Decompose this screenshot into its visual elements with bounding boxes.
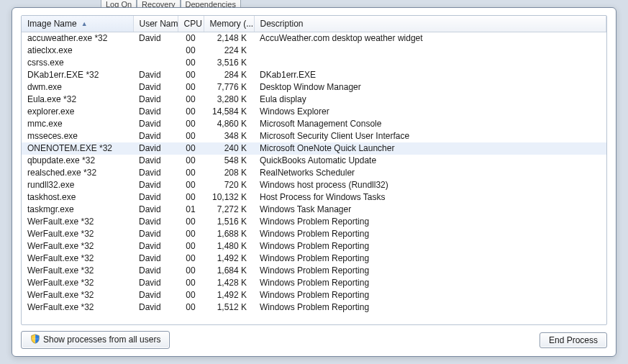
cell-image-name: DKab1err.EXE *32 [22,69,133,81]
table-row[interactable]: Eula.exe *32David003,280 KEula display [22,94,606,106]
cell-memory: 208 K [204,167,254,179]
table-row[interactable]: atieclxx.exe00224 K [22,45,606,57]
sort-asc-icon: ▲ [81,20,88,27]
cell-user-name [133,57,178,69]
table-row[interactable]: WerFault.exe *32David001,688 KWindows Pr… [22,228,606,240]
process-scroll-area[interactable]: Image Name▲User NameCPUMemory (...Descri… [22,16,606,324]
column-header-image[interactable]: Image Name▲ [22,16,133,32]
cell-user-name: David [133,94,178,106]
table-row[interactable]: csrss.exe003,516 K [22,57,606,69]
cell-cpu: 00 [178,289,204,301]
cell-user-name: David [133,69,178,81]
cell-image-name: WerFault.exe *32 [22,252,133,265]
cell-user-name: David [133,252,178,265]
end-process-button[interactable]: End Process [540,332,607,348]
table-row[interactable]: msseces.exeDavid00348 KMicrosoft Securit… [22,130,606,142]
cell-user-name: David [133,277,178,289]
cell-description: Windows Explorer [254,106,606,118]
cell-memory: 720 K [204,179,254,191]
cell-image-name: atieclxx.exe [22,45,133,57]
table-row[interactable]: WerFault.exe *32David001,492 KWindows Pr… [22,289,606,301]
table-row[interactable]: WerFault.exe *32David001,480 KWindows Pr… [22,240,606,252]
cell-cpu: 00 [178,81,204,94]
cell-memory: 3,280 K [204,94,254,106]
cell-image-name: dwm.exe [22,81,133,94]
cell-description [254,57,606,69]
show-all-users-button[interactable]: Show processes from all users [21,331,170,349]
cell-memory: 10,132 K [204,191,254,204]
table-row[interactable]: ONENOTEM.EXE *32David00240 KMicrosoft On… [22,142,606,155]
cell-cpu: 00 [178,265,204,277]
cell-memory: 1,480 K [204,240,254,252]
cell-description: Windows Problem Reporting [254,240,606,252]
cell-memory: 240 K [204,142,254,155]
table-row[interactable]: WerFault.exe *32David001,684 KWindows Pr… [22,265,606,277]
cell-description: AccuWeather.com desktop weather widget [254,32,606,45]
cell-cpu: 00 [178,240,204,252]
table-row[interactable]: mmc.exeDavid004,860 KMicrosoft Managemen… [22,118,606,130]
table-row[interactable]: taskmgr.exeDavid017,272 KWindows Task Ma… [22,204,606,216]
cell-user-name: David [133,216,178,228]
cell-memory: 548 K [204,155,254,167]
cell-user-name: David [133,228,178,240]
cell-memory: 4,860 K [204,118,254,130]
cell-user-name: David [133,32,178,45]
table-row[interactable]: accuweather.exe *32David002,148 KAccuWea… [22,32,606,45]
cell-memory: 1,512 K [204,301,254,314]
column-header-mem[interactable]: Memory (... [204,16,254,32]
cell-image-name: WerFault.exe *32 [22,301,133,314]
cell-description: Microsoft Management Console [254,118,606,130]
cell-image-name: taskhost.exe [22,191,133,204]
task-manager-panel: Image Name▲User NameCPUMemory (...Descri… [12,7,616,357]
cell-memory: 1,492 K [204,289,254,301]
cell-image-name: WerFault.exe *32 [22,228,133,240]
cell-user-name: David [133,130,178,142]
cell-memory: 1,428 K [204,277,254,289]
cell-memory: 7,272 K [204,204,254,216]
cell-image-name: qbupdate.exe *32 [22,155,133,167]
cell-cpu: 00 [178,57,204,69]
table-row[interactable]: qbupdate.exe *32David00548 KQuickBooks A… [22,155,606,167]
table-row[interactable]: WerFault.exe *32David001,492 KWindows Pr… [22,252,606,265]
cell-cpu: 00 [178,118,204,130]
table-row[interactable]: rundll32.exeDavid00720 KWindows host pro… [22,179,606,191]
cell-description: DKab1err.EXE [254,69,606,81]
cell-description: Eula display [254,94,606,106]
cell-description: QuickBooks Automatic Update [254,155,606,167]
cell-user-name: David [133,106,178,118]
cell-user-name: David [133,167,178,179]
cell-description: Windows Problem Reporting [254,228,606,240]
column-header-cpu[interactable]: CPU [178,16,204,32]
shield-icon [30,334,40,346]
cell-description: Windows Problem Reporting [254,265,606,277]
column-header-label: Description [260,19,304,29]
table-row[interactable]: WerFault.exe *32David001,516 KWindows Pr… [22,216,606,228]
cell-memory: 14,584 K [204,106,254,118]
cell-description: Windows Problem Reporting [254,301,606,314]
cell-user-name: David [133,265,178,277]
table-row[interactable]: DKab1err.EXE *32David00284 KDKab1err.EXE [22,69,606,81]
column-header-desc[interactable]: Description [254,16,606,32]
table-row[interactable]: realsched.exe *32David00208 KRealNetwork… [22,167,606,179]
cell-memory: 3,516 K [204,57,254,69]
cell-user-name: David [133,81,178,94]
table-row[interactable]: WerFault.exe *32David001,428 KWindows Pr… [22,277,606,289]
cell-user-name: David [133,289,178,301]
column-header-label: Image Name [27,19,77,29]
table-row[interactable]: dwm.exeDavid007,776 KDesktop Window Mana… [22,81,606,94]
cell-description [254,45,606,57]
cell-description: Windows host process (Rundll32) [254,179,606,191]
cell-image-name: ONENOTEM.EXE *32 [22,142,133,155]
cell-cpu: 00 [178,94,204,106]
cell-user-name: David [133,142,178,155]
table-row[interactable]: WerFault.exe *32David001,512 KWindows Pr… [22,301,606,314]
cell-user-name: David [133,204,178,216]
process-table: Image Name▲User NameCPUMemory (...Descri… [22,16,606,314]
table-row[interactable]: explorer.exeDavid0014,584 KWindows Explo… [22,106,606,118]
cell-memory: 284 K [204,69,254,81]
table-row[interactable]: taskhost.exeDavid0010,132 KHost Process … [22,191,606,204]
cell-description: Windows Problem Reporting [254,252,606,265]
cell-cpu: 00 [178,32,204,45]
cell-cpu: 00 [178,106,204,118]
column-header-user[interactable]: User Name [133,16,178,32]
